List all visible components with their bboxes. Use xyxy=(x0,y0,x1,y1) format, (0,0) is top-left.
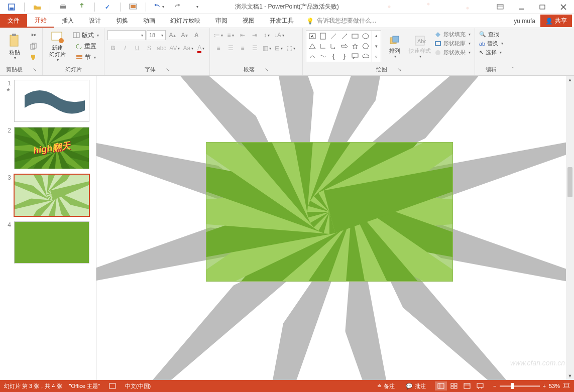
maximize-button[interactable] xyxy=(532,0,553,14)
strikethrough-button[interactable]: S xyxy=(144,43,155,53)
shape-arrow-line-icon[interactable] xyxy=(339,32,349,41)
font-color-button[interactable]: A▾ xyxy=(195,43,206,53)
tab-transitions[interactable]: 切换 xyxy=(108,14,136,28)
slide-counter[interactable]: 幻灯片 第 3 张，共 4 张 xyxy=(4,382,62,390)
shape-brace-r-icon[interactable]: } xyxy=(339,52,349,61)
ribbon-display-options[interactable] xyxy=(490,0,511,14)
shape-effects-button[interactable]: 形状效果▾ xyxy=(433,48,472,57)
shape-cloud-icon[interactable] xyxy=(361,52,371,61)
smartart-convert-button[interactable]: ⬚▾ xyxy=(285,43,296,53)
font-name-combo[interactable]: ▾ xyxy=(107,30,146,40)
paste-button[interactable]: 粘贴▾ xyxy=(3,30,26,63)
clear-formatting-button[interactable]: A̷ xyxy=(191,30,202,40)
theme-indicator[interactable]: "Office 主题" xyxy=(69,382,100,390)
shape-line-icon[interactable] xyxy=(329,32,338,41)
slide-thumbnails-panel[interactable]: 1★ 2 high翻天 3 4 xyxy=(0,76,96,380)
thumbnail-3[interactable]: 3 xyxy=(5,174,91,216)
columns-button[interactable]: ▥▾ xyxy=(261,43,272,53)
shape-elbow-arrow-icon[interactable] xyxy=(329,42,338,51)
change-case-button[interactable]: Aa▾ xyxy=(182,43,194,53)
justify-button[interactable]: ☰ xyxy=(249,43,260,53)
vertical-scrollbar[interactable]: ▲ ▼ xyxy=(566,76,574,380)
increase-indent-button[interactable]: ⇥ xyxy=(249,30,260,40)
align-left-button[interactable]: ≡ xyxy=(213,43,224,53)
tab-file[interactable]: 文件 xyxy=(0,14,27,28)
shape-textbox-icon[interactable]: A xyxy=(307,32,317,41)
new-slide-button[interactable]: 新建 幻灯片▾ xyxy=(46,30,69,63)
shapes-gallery[interactable]: A { } xyxy=(306,30,372,62)
decrease-indent-button[interactable]: ⇤ xyxy=(237,30,248,40)
copy-button[interactable] xyxy=(28,41,39,51)
bold-button[interactable]: B xyxy=(107,43,119,53)
text-direction-button[interactable]: ↓A▾ xyxy=(273,30,285,40)
language-indicator[interactable]: 中文(中国) xyxy=(125,382,151,390)
layout-button[interactable]: 版式▾ xyxy=(71,30,101,40)
tab-design[interactable]: 设计 xyxy=(81,14,108,28)
format-painter-button[interactable] xyxy=(28,52,39,62)
tab-home[interactable]: 开始 xyxy=(27,14,54,28)
section-button[interactable]: 节▾ xyxy=(71,52,101,62)
paragraph-launcher[interactable]: ↘ xyxy=(265,67,269,72)
qat-customize[interactable]: ▾ xyxy=(188,1,205,13)
tab-animations[interactable]: 动画 xyxy=(136,14,163,28)
tab-developer[interactable]: 开发工具 xyxy=(262,14,301,28)
shape-outline-button[interactable]: 形状轮廓▾ xyxy=(433,39,472,48)
account-username[interactable]: yu mufa xyxy=(514,18,535,25)
sorter-view-button[interactable] xyxy=(448,381,460,390)
shadow-button[interactable]: abc xyxy=(156,43,167,53)
tab-view[interactable]: 视图 xyxy=(235,14,262,28)
zoom-percent[interactable]: 53% xyxy=(549,383,560,389)
italic-button[interactable]: I xyxy=(120,43,131,53)
shape-elbow-icon[interactable] xyxy=(318,42,327,51)
thumbnail-4[interactable]: 4 xyxy=(5,221,91,264)
find-button[interactable]: 🔍查找 xyxy=(478,30,504,39)
arrange-button[interactable]: 排列▾ xyxy=(383,30,406,63)
quick-styles-button[interactable]: Abc 快速样式▾ xyxy=(408,30,431,63)
numbering-button[interactable]: ≡▾ xyxy=(225,30,236,40)
increase-font-button[interactable]: A▴ xyxy=(167,30,178,40)
underline-button[interactable]: U xyxy=(132,43,143,53)
scroll-thumb[interactable] xyxy=(567,167,572,197)
collapse-ribbon-button[interactable]: ˄ xyxy=(511,66,514,73)
shape-freeform-icon[interactable] xyxy=(318,52,327,61)
drawing-launcher[interactable]: ↘ xyxy=(397,67,401,72)
shape-star-icon[interactable] xyxy=(350,42,360,51)
scroll-up-icon[interactable]: ▲ xyxy=(566,76,574,84)
font-launcher[interactable]: ↘ xyxy=(166,67,170,72)
reading-view-button[interactable] xyxy=(461,381,473,390)
shape-brace-l-icon[interactable]: { xyxy=(329,52,338,61)
shape-triangle-icon[interactable] xyxy=(307,42,317,51)
replace-button[interactable]: ab替换▾ xyxy=(478,39,504,48)
slideshow-view-button[interactable] xyxy=(474,381,486,390)
save-button[interactable] xyxy=(3,1,20,13)
shape-arrow-icon[interactable] xyxy=(339,42,349,51)
shape-hexagon-icon[interactable] xyxy=(361,42,371,51)
zoom-control[interactable]: − + 53% xyxy=(493,382,570,389)
clipboard-launcher[interactable]: ↘ xyxy=(33,67,37,72)
undo-button[interactable]: ▾ xyxy=(150,1,167,13)
slide-canvas[interactable]: ▲ ▼ www.cfan.com.cn xyxy=(96,76,574,380)
tab-review[interactable]: 审阅 xyxy=(208,14,235,28)
shapes-gallery-expand[interactable]: ▴▾▿ xyxy=(372,30,381,62)
shape-oval-icon[interactable] xyxy=(361,32,371,41)
zoom-slider[interactable] xyxy=(500,385,540,387)
shape-rect-icon[interactable] xyxy=(350,32,360,41)
open-button[interactable] xyxy=(29,1,46,13)
align-center-button[interactable]: ☰ xyxy=(225,43,236,53)
start-slideshow-button[interactable] xyxy=(125,1,142,13)
normal-view-button[interactable] xyxy=(435,381,447,390)
char-spacing-button[interactable]: AV▾ xyxy=(168,43,181,53)
decrease-font-button[interactable]: A▾ xyxy=(179,30,190,40)
zoom-in-button[interactable]: + xyxy=(543,383,546,389)
thumbnail-2[interactable]: 2 high翻天 xyxy=(5,127,91,169)
minimize-button[interactable] xyxy=(511,0,532,14)
share-button[interactable]: 👤 共享 xyxy=(540,15,572,27)
zoom-out-button[interactable]: − xyxy=(493,383,496,389)
fit-to-window-button[interactable] xyxy=(563,382,570,389)
notes-button[interactable]: ≐备注 xyxy=(375,382,397,390)
select-button[interactable]: ↖选择▾ xyxy=(478,48,504,57)
thumbnail-1[interactable]: 1★ xyxy=(5,80,91,122)
shape-vtextbox-icon[interactable] xyxy=(318,32,327,41)
reset-button[interactable]: 重置 xyxy=(71,41,101,51)
tell-me-search[interactable]: 💡 告诉我您想要做什么... xyxy=(301,14,381,28)
